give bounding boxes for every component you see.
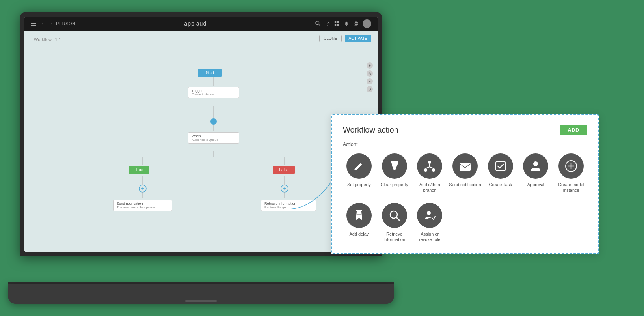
svg-rect-27 [391,161,398,163]
user-avatar[interactable] [363,19,371,28]
send-notif-title: Send notification [117,202,169,206]
svg-rect-4 [337,21,339,23]
clear-property-icon [382,153,407,179]
add-button[interactable]: ADD [560,125,587,135]
send-notif-sub: The new person has passed [117,206,169,209]
zoom-target-button[interactable]: ⊙ [367,70,373,77]
menu-icon[interactable] [31,21,36,26]
action-retrieve-info[interactable]: Retrieve Information [378,203,411,243]
retrieve-info-icon [382,203,407,228]
create-model-icon [558,153,584,179]
svg-rect-34 [460,163,471,171]
true-node[interactable]: True [129,166,149,174]
search-icon[interactable] [315,21,321,26]
settings-icon[interactable] [353,21,359,26]
laptop-bezel: ← ← PERSON applaud Workflow 1 [20,12,382,256]
action-add-if-then[interactable]: Add if/then branch [413,153,446,193]
action-add-delay[interactable]: Add delay [343,203,375,243]
svg-line-32 [426,167,430,168]
workflow-title: Workflow 1.1 [32,36,61,43]
action-send-notification[interactable]: Send notification [449,153,481,193]
create-task-label: Create Task [489,182,512,187]
send-notification-node[interactable]: Send notification The new person has pas… [113,200,172,211]
panel-header: Workflow action ADD [343,125,587,135]
svg-line-7 [346,25,347,26]
zoom-out-button[interactable]: − [367,78,373,84]
bell-icon[interactable] [344,21,349,26]
action-create-task[interactable]: Create Task [484,153,517,193]
workflow-buttons: CLONE ACTIVATE [319,35,371,42]
actions-row-1: Set property Clear property Add if/ [343,153,587,193]
when-sub: Audience is Queue [192,138,236,142]
workflow-action-panel: Workflow action ADD Action* Set property… [331,114,599,254]
when-title: When [192,134,236,138]
add-delay-label: Add delay [349,231,369,237]
trigger-node[interactable]: Trigger Create instance [188,87,239,98]
svg-point-12 [210,118,217,125]
back-arrow-icon[interactable]: ← [41,21,45,26]
activate-button[interactable]: ACTIVATE [345,35,371,42]
set-property-label: Set property [347,182,371,187]
laptop-notch [185,300,217,302]
svg-line-33 [430,167,434,168]
workflow-canvas: Workflow 1.1 CLONE ACTIVATE + ⊙ − ↺ [24,31,378,252]
svg-line-1 [319,24,320,26]
false-node[interactable]: False [273,166,295,174]
svg-point-8 [355,22,357,24]
retrieve-info-label: Retrieve Information [378,231,411,243]
svg-point-45 [427,211,431,215]
action-approval[interactable]: Approval [520,153,552,193]
svg-point-9 [354,22,358,26]
action-set-property[interactable]: Set property [343,153,375,193]
action-assign-role[interactable]: Assign or revoke role [413,203,446,243]
add-if-then-icon [417,153,442,179]
svg-point-0 [316,21,319,25]
create-model-label: Create model instance [555,182,587,193]
when-node[interactable]: When Audience is Queue [188,132,239,144]
action-clear-property[interactable]: Clear property [378,153,411,193]
svg-text:+: + [141,186,144,191]
grid-icon[interactable] [334,21,340,26]
send-notification-icon [452,153,478,179]
svg-text:+: + [283,186,286,191]
laptop-base [8,284,394,304]
retrieve-info-node[interactable]: Retrieve information Retrieve the go [261,200,316,211]
retrieve-title: Retrieve information [264,202,313,206]
add-delay-icon [346,203,372,228]
svg-line-2 [328,22,329,24]
clear-property-label: Clear property [381,182,408,187]
add-if-then-label: Add if/then branch [413,182,446,193]
svg-rect-40 [356,210,362,211]
retrieve-sub: Retrieve the go [264,206,313,209]
app-title: applaud [184,21,207,27]
start-node[interactable]: Start [198,69,222,77]
svg-point-20 [139,185,146,192]
svg-point-29 [424,168,427,172]
svg-line-44 [396,217,399,220]
svg-point-36 [533,161,538,166]
send-notification-label: Send notification [449,182,481,187]
svg-rect-5 [335,24,336,26]
svg-point-30 [432,168,435,172]
trigger-sub: Create instance [192,93,236,96]
back-label: ← PERSON [50,21,76,26]
assign-role-icon [417,203,442,228]
trigger-title: Trigger [192,89,236,93]
action-required-label: Action* [343,142,587,147]
approval-icon [523,153,548,179]
panel-title: Workflow action [343,125,398,135]
approval-label: Approval [527,182,544,187]
zoom-reset-button[interactable]: ↺ [367,86,373,92]
laptop-screen: ← ← PERSON applaud Workflow 1 [24,17,378,252]
create-task-icon [488,153,513,179]
action-create-model[interactable]: Create model instance [555,153,587,193]
actions-row-2: Add delay Retrieve Information Assign [343,203,587,243]
zoom-in-button[interactable]: + [367,62,373,69]
svg-point-24 [281,185,288,192]
topbar-right [315,19,371,28]
edit-icon[interactable] [325,21,330,26]
svg-point-28 [428,161,431,164]
svg-rect-35 [496,161,505,171]
clone-button[interactable]: CLONE [319,35,341,42]
svg-rect-3 [335,21,336,23]
